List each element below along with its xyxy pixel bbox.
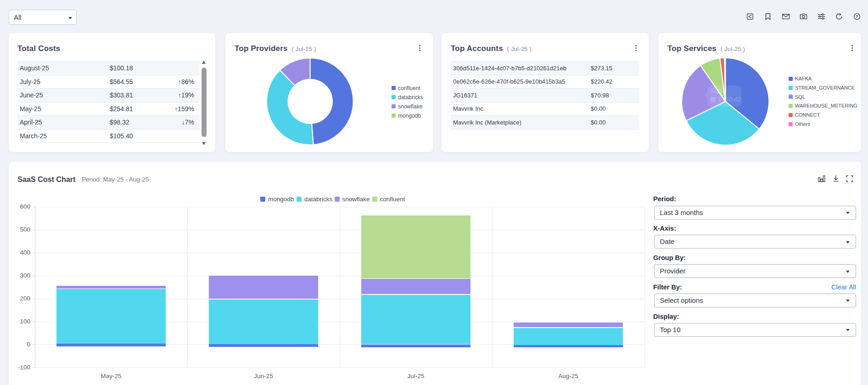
svg-text:SQL: SQL — [711, 87, 723, 94]
svg-text:$220.42: $220.42 — [718, 96, 741, 103]
svg-text:?: ? — [856, 14, 858, 19]
